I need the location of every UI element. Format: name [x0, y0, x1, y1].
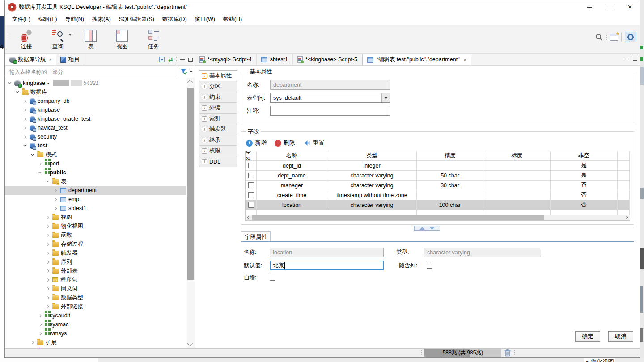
chevron-collapsed-icon[interactable]	[46, 233, 49, 236]
scroll-down-icon[interactable]	[187, 341, 193, 346]
chevron-collapsed-icon[interactable]	[46, 269, 49, 272]
filter-funnel-icon[interactable]	[180, 68, 187, 75]
menu-item[interactable]: 数据库(D)	[160, 14, 192, 25]
scroll-up-icon[interactable]	[187, 80, 193, 85]
tree-row[interactable]: 存储过程	[5, 240, 186, 248]
scroll-right-icon[interactable]	[625, 216, 628, 219]
menu-item[interactable]: 窗口(W)	[192, 14, 220, 25]
navigator-tab[interactable]: 数据库导航×	[5, 54, 56, 65]
navigator-scrollbar[interactable]	[187, 78, 195, 348]
window-close-button[interactable]: ×	[620, 0, 640, 14]
tree-row[interactable]: wmsys	[5, 329, 186, 338]
window-minimize-button[interactable]	[580, 0, 600, 14]
link-with-editor-icon[interactable]: ⇄	[168, 56, 172, 63]
collapse-all-icon[interactable]	[159, 57, 165, 62]
chevron-collapsed-icon[interactable]	[23, 126, 26, 129]
editor-minimize-icon[interactable]	[623, 59, 627, 59]
chevron-collapsed-icon[interactable]	[23, 135, 26, 138]
chevron-collapsed-icon[interactable]	[38, 332, 42, 335]
field-name-input[interactable]: location	[270, 248, 384, 257]
cancel-button[interactable]: 取消	[608, 331, 633, 342]
table-name-input[interactable]	[270, 80, 390, 90]
menu-item[interactable]: 帮助(H)	[220, 14, 247, 25]
open-perspective-icon[interactable]	[610, 34, 618, 41]
sidebar-item-约束[interactable]: i约束	[199, 92, 237, 103]
row-checkbox[interactable]	[248, 173, 254, 178]
chevron-expanded-icon[interactable]	[31, 152, 34, 156]
sidebar-item-索引[interactable]: i索引	[199, 113, 237, 124]
chevron-expanded-icon[interactable]	[38, 170, 42, 173]
editor-tab[interactable]: *<mysql> Script-4	[195, 54, 257, 65]
reset-fields-button[interactable]: 重置	[303, 139, 324, 147]
tree-row[interactable]: 序列	[5, 257, 186, 266]
dropdown-caret-icon[interactable]	[68, 34, 72, 36]
sidebar-item-权限[interactable]: i权限	[199, 145, 237, 156]
close-tab-icon[interactable]: ×	[49, 57, 52, 63]
table-row[interactable]: locationcharacter varying100 char否	[246, 200, 630, 210]
connect-button[interactable]: 连接	[12, 28, 41, 51]
scroll-left-icon[interactable]	[247, 216, 250, 219]
table-row[interactable]: dept_idinteger是	[246, 161, 630, 171]
sidebar-item-外键[interactable]: i外键	[199, 102, 237, 114]
tree-row[interactable]: 外部表	[5, 266, 186, 275]
menu-item[interactable]: 导航(N)	[63, 14, 89, 25]
tree-row[interactable]: 扩展	[5, 338, 186, 347]
add-field-button[interactable]: + 新增	[246, 139, 267, 147]
field-type-input[interactable]: character varying	[424, 248, 541, 257]
row-checkbox[interactable]	[248, 192, 254, 198]
chevron-collapsed-icon[interactable]	[46, 215, 49, 219]
table-row[interactable]: managercharacter varying30 char否	[246, 181, 630, 190]
chevron-expanded-icon[interactable]	[16, 90, 19, 93]
chevron-collapsed-icon[interactable]	[46, 260, 49, 263]
chevron-collapsed-icon[interactable]	[54, 189, 57, 192]
view-menu-icon[interactable]	[176, 57, 177, 62]
tree-row[interactable]: 物化视图	[5, 222, 186, 231]
menu-item[interactable]: 搜索(A)	[89, 14, 116, 25]
chevron-expanded-icon[interactable]	[8, 81, 11, 84]
tree-row[interactable]: kingbase-54321	[5, 79, 186, 88]
tree-row[interactable]: sysaudit	[5, 311, 186, 320]
sidebar-item-触发器[interactable]: i触发器	[199, 124, 237, 135]
tree-row[interactable]: sbtest1	[5, 204, 186, 213]
chevron-collapsed-icon[interactable]	[46, 296, 49, 299]
tree-row[interactable]: test	[5, 141, 186, 150]
scroll-thumb[interactable]	[252, 215, 544, 220]
tree-row[interactable]: department	[5, 186, 186, 195]
auto-increment-checkbox[interactable]	[270, 275, 275, 281]
tree-row[interactable]: 外部链接	[5, 302, 186, 311]
chevron-collapsed-icon[interactable]	[38, 314, 42, 317]
sidebar-item-分区[interactable]: i分区	[199, 81, 237, 92]
tree-row[interactable]: 表	[5, 177, 186, 186]
chevron-collapsed-icon[interactable]	[46, 251, 49, 254]
tree-row[interactable]: 视图	[5, 213, 186, 222]
menu-item[interactable]: 文件(F)	[9, 14, 36, 25]
table-row[interactable]: dept_namecharacter varying50 char是	[246, 171, 630, 181]
table-row[interactable]: create_timetimestamp without time zone否	[246, 190, 630, 200]
chevron-collapsed-icon[interactable]	[54, 198, 57, 201]
tree-row[interactable]: security	[5, 132, 186, 141]
panel-minimize-icon[interactable]	[180, 59, 185, 60]
chevron-collapsed-icon[interactable]	[54, 206, 57, 210]
tree-row[interactable]: 数据类型	[5, 293, 186, 302]
editor-tab[interactable]: *<kingbase> Script-5	[293, 54, 362, 65]
trash-icon[interactable]	[504, 349, 511, 357]
row-checkbox[interactable]	[248, 163, 254, 168]
splitter-handle[interactable]	[414, 226, 440, 231]
tree-row[interactable]: sysmac	[5, 320, 186, 329]
navigator-tab[interactable]: 项目	[56, 54, 84, 65]
tree-row[interactable]: public	[5, 168, 186, 177]
query-button[interactable]: 查询	[43, 28, 72, 51]
hidden-column-checkbox[interactable]	[427, 263, 432, 269]
select-dropdown-button[interactable]	[381, 93, 390, 102]
tree-row[interactable]: 同义词	[5, 284, 186, 293]
filter-menu-caret-icon[interactable]	[189, 71, 193, 73]
editor-tab[interactable]: *编辑表 test."public"."department"×	[362, 54, 471, 65]
row-checkbox[interactable]	[248, 182, 254, 188]
menu-item[interactable]: 编辑(E)	[36, 14, 63, 25]
delete-field-button[interactable]: − 删除	[275, 139, 295, 147]
row-checkbox[interactable]	[248, 202, 254, 208]
field-properties-tab[interactable]: 字段属性	[241, 231, 271, 242]
chevron-collapsed-icon[interactable]	[23, 108, 26, 111]
sidebar-item-继承[interactable]: i继承	[199, 135, 237, 146]
window-maximize-button[interactable]	[600, 0, 620, 14]
